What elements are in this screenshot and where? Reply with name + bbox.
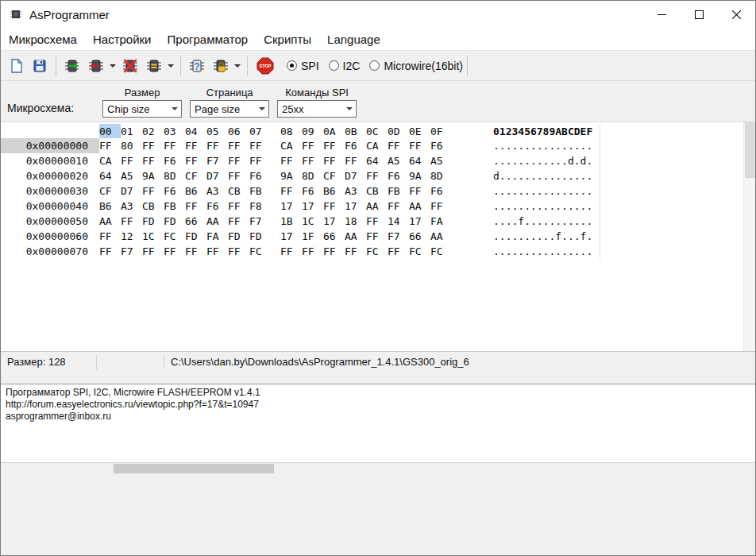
chevron-down-icon[interactable] xyxy=(343,101,356,117)
combo-2[interactable]: 25xx xyxy=(277,100,357,118)
hex-byte[interactable]: FC xyxy=(366,244,388,259)
hex-byte[interactable]: FF xyxy=(302,244,323,259)
hex-byte[interactable]: FF xyxy=(164,138,185,153)
radio-spi[interactable]: SPI xyxy=(287,60,319,72)
hex-byte[interactable]: B6 xyxy=(185,183,206,199)
write-chip-button[interactable] xyxy=(84,54,108,78)
hex-byte[interactable]: A5 xyxy=(388,153,409,168)
read-chip-button[interactable] xyxy=(60,54,84,78)
open-file-button[interactable] xyxy=(4,54,28,78)
protection-button[interactable] xyxy=(209,54,233,78)
detect-chip-button[interactable]: ? xyxy=(185,54,209,78)
hex-byte[interactable]: FF xyxy=(121,153,142,168)
hex-byte[interactable]: CA xyxy=(280,138,302,153)
menu-item-2[interactable]: Программатор xyxy=(160,30,256,48)
hex-byte[interactable]: 8D xyxy=(302,168,323,183)
hex-ascii[interactable]: ................ xyxy=(493,244,592,259)
menu-item-3[interactable]: Скрипты xyxy=(256,30,319,48)
hex-byte[interactable]: 17 xyxy=(323,214,345,229)
hex-byte[interactable]: FF xyxy=(323,138,345,153)
hex-byte[interactable]: FF xyxy=(323,199,345,214)
hex-byte[interactable]: FF xyxy=(185,153,206,168)
hex-byte[interactable]: F6 xyxy=(302,183,323,199)
maximize-button[interactable] xyxy=(681,1,718,28)
hex-byte[interactable]: FF xyxy=(142,183,164,199)
hex-byte[interactable]: FF xyxy=(142,244,164,259)
verify-dropdown-arrow-icon[interactable] xyxy=(166,54,175,78)
hex-byte[interactable]: FF xyxy=(345,153,366,168)
hex-byte[interactable]: 1F xyxy=(302,229,323,244)
hex-byte[interactable]: A3 xyxy=(345,183,366,199)
hex-ascii[interactable]: ................ xyxy=(493,183,592,199)
hex-byte[interactable]: CB xyxy=(142,199,164,214)
hex-byte[interactable]: 14 xyxy=(388,214,409,229)
hex-byte[interactable]: 17 xyxy=(302,199,323,214)
write-dropdown-arrow-icon[interactable] xyxy=(108,54,117,78)
combo-1[interactable]: Page size xyxy=(190,100,269,118)
hex-byte[interactable]: F7 xyxy=(249,214,271,229)
hex-byte[interactable]: FF xyxy=(409,183,430,199)
hex-vertical-scrollbar[interactable] xyxy=(743,122,755,351)
hex-byte[interactable]: FF xyxy=(185,138,206,153)
hex-byte[interactable]: CF xyxy=(185,168,206,183)
hex-byte[interactable]: FD xyxy=(249,229,271,244)
hex-byte[interactable]: FF xyxy=(121,214,142,229)
hex-byte[interactable]: F6 xyxy=(388,168,409,183)
hex-ascii[interactable]: ................ xyxy=(493,199,592,214)
hex-byte[interactable]: FF xyxy=(323,244,345,259)
hex-byte[interactable]: AA xyxy=(345,229,366,244)
hex-byte[interactable]: F7 xyxy=(388,229,409,244)
hex-byte[interactable]: F6 xyxy=(345,138,366,153)
hex-byte[interactable]: FF xyxy=(228,199,249,214)
hex-byte[interactable]: FF xyxy=(302,138,323,153)
hex-byte[interactable]: 64 xyxy=(409,153,430,168)
hex-byte[interactable]: CA xyxy=(366,138,388,153)
hex-byte[interactable]: 17 xyxy=(345,199,366,214)
hex-byte[interactable]: B6 xyxy=(323,183,345,199)
stop-button[interactable]: STOP xyxy=(252,54,279,78)
hex-byte[interactable]: 8D xyxy=(164,168,185,183)
hex-byte[interactable]: FC xyxy=(164,229,185,244)
hex-byte[interactable]: 1B xyxy=(280,214,302,229)
hex-byte[interactable]: A5 xyxy=(121,168,142,183)
hex-byte[interactable]: CB xyxy=(366,183,388,199)
hex-byte[interactable]: A3 xyxy=(206,183,228,199)
hex-byte[interactable]: FB xyxy=(249,183,271,199)
hex-byte[interactable]: CB xyxy=(228,183,249,199)
hex-byte[interactable]: 9A xyxy=(409,168,430,183)
hex-byte[interactable]: FD xyxy=(164,214,185,229)
hex-byte[interactable]: F6 xyxy=(164,153,185,168)
hex-byte[interactable]: FF xyxy=(142,138,164,153)
hex-byte[interactable]: FF xyxy=(345,244,366,259)
hex-byte[interactable]: F6 xyxy=(430,183,452,199)
combo-0[interactable]: Chip size xyxy=(102,100,182,118)
hex-byte[interactable]: 66 xyxy=(409,229,430,244)
hex-byte[interactable]: FA xyxy=(430,214,452,229)
hex-byte[interactable]: AA xyxy=(430,229,452,244)
hex-byte[interactable]: FF xyxy=(249,138,271,153)
scrollbar-thumb[interactable] xyxy=(745,122,755,178)
hex-byte[interactable]: CF xyxy=(323,168,345,183)
hex-byte[interactable]: FF xyxy=(99,244,121,259)
hex-byte[interactable]: F8 xyxy=(249,199,271,214)
hex-byte[interactable]: FF xyxy=(228,244,249,259)
hex-byte[interactable]: 8D xyxy=(430,168,452,183)
hex-byte[interactable]: D7 xyxy=(121,183,142,199)
hex-byte[interactable]: FF xyxy=(185,199,206,214)
hex-byte[interactable]: FF xyxy=(430,199,452,214)
hex-byte[interactable]: 17 xyxy=(280,199,302,214)
menu-item-1[interactable]: Настройки xyxy=(85,30,160,48)
hex-byte[interactable]: FF xyxy=(228,138,249,153)
hex-byte[interactable]: 17 xyxy=(280,229,302,244)
hex-byte[interactable]: FB xyxy=(388,183,409,199)
hex-byte[interactable]: AA xyxy=(409,199,430,214)
hex-byte[interactable]: FF xyxy=(164,244,185,259)
hex-byte[interactable]: FF xyxy=(388,244,409,259)
hex-byte[interactable]: FC xyxy=(430,244,452,259)
hex-byte[interactable]: FD xyxy=(228,229,249,244)
hex-byte[interactable]: A3 xyxy=(121,199,142,214)
hex-byte[interactable]: 17 xyxy=(409,214,430,229)
hex-byte[interactable]: 1C xyxy=(302,214,323,229)
protection-dropdown-arrow-icon[interactable] xyxy=(233,54,241,78)
hex-byte[interactable]: AA xyxy=(366,199,388,214)
